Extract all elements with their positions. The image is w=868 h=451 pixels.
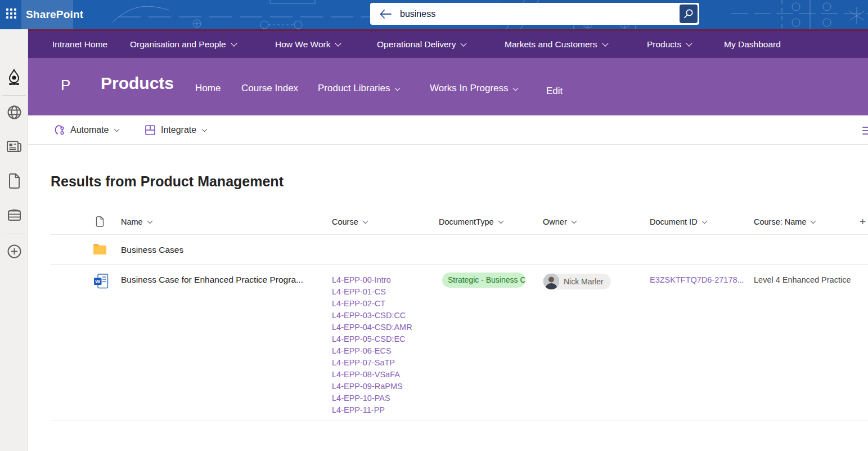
chevron-down-icon bbox=[701, 218, 707, 224]
news-icon bbox=[6, 140, 22, 153]
course-link[interactable]: L4-EPP-11-PP bbox=[332, 404, 412, 416]
globe-icon bbox=[7, 105, 22, 120]
site-nav-course-index[interactable]: Course Index bbox=[241, 83, 298, 94]
site-title[interactable]: Products bbox=[101, 74, 174, 93]
sidebar-item-org-home[interactable] bbox=[6, 69, 22, 85]
search-submit-button[interactable] bbox=[680, 5, 698, 23]
table-row-folder[interactable]: Business Cases bbox=[51, 235, 868, 265]
automate-label: Automate bbox=[70, 125, 109, 135]
lists-icon bbox=[7, 208, 22, 222]
person-photo-icon bbox=[543, 274, 559, 289]
chevron-down-icon bbox=[114, 127, 120, 132]
chevron-down-icon bbox=[811, 218, 816, 224]
site-logo[interactable]: P bbox=[61, 77, 70, 94]
site-nav-works-in-progress[interactable]: Works In Progress bbox=[430, 83, 518, 94]
course-link[interactable]: L4-EPP-04-CSD:AMR bbox=[332, 321, 412, 333]
results-heading: Results from Product Management bbox=[51, 173, 284, 190]
course-link[interactable]: L4-EPP-06-ECS bbox=[332, 345, 412, 357]
add-column-button[interactable]: + bbox=[860, 208, 866, 235]
automate-menu-button[interactable]: Automate bbox=[53, 115, 119, 144]
folder-name-link[interactable]: Business Cases bbox=[121, 235, 183, 265]
chevron-down-icon bbox=[362, 218, 368, 224]
app-sidebar bbox=[0, 29, 28, 451]
chevron-down-icon bbox=[147, 218, 152, 224]
owner-person-chip[interactable]: Nick Marler bbox=[543, 274, 611, 289]
site-nav-product-libraries[interactable]: Product Libraries bbox=[318, 83, 399, 94]
search-box[interactable] bbox=[370, 3, 699, 25]
site-nav-home[interactable]: Home bbox=[195, 83, 221, 94]
add-circle-icon bbox=[7, 244, 22, 259]
course-link[interactable]: L4-EPP-10-PAS bbox=[332, 392, 412, 404]
chevron-down-icon bbox=[394, 86, 400, 91]
integrate-grid-icon bbox=[145, 124, 156, 136]
course-link[interactable]: L4-EPP-03-CSD:CC bbox=[332, 310, 412, 321]
chevron-down-icon bbox=[498, 218, 503, 224]
chevron-down-icon bbox=[686, 40, 692, 46]
course-link[interactable]: L4-EPP-09-RaPMS bbox=[332, 381, 412, 392]
command-bar: Automate Integrate bbox=[28, 115, 868, 145]
hub-nav-intranet-home[interactable]: Intranet Home bbox=[52, 31, 107, 58]
sidebar-divider bbox=[2, 234, 26, 234]
column-header-course[interactable]: Course bbox=[332, 208, 367, 235]
search-input[interactable] bbox=[399, 8, 680, 20]
hub-nav-how-we-work[interactable]: How We Work bbox=[275, 31, 340, 58]
sharepoint-page: SharePoint bbox=[0, 0, 868, 451]
automate-flow-icon bbox=[53, 124, 65, 136]
file-type-column-header[interactable] bbox=[96, 208, 104, 235]
organisation-logo-icon bbox=[7, 69, 21, 86]
sidebar-item-global[interactable] bbox=[6, 104, 22, 120]
chevron-down-icon bbox=[335, 40, 341, 46]
chevron-down-icon bbox=[231, 40, 237, 46]
owner-name: Nick Marler bbox=[564, 277, 604, 286]
column-header-owner[interactable]: Owner bbox=[543, 208, 576, 235]
column-header-documenttype[interactable]: DocumentType bbox=[439, 208, 503, 235]
sidebar-item-lists[interactable] bbox=[6, 207, 22, 223]
hub-nav-products[interactable]: Products bbox=[647, 31, 691, 58]
sharepoint-app-name[interactable]: SharePoint bbox=[26, 0, 83, 29]
chevron-down-icon bbox=[461, 40, 467, 46]
back-arrow-icon[interactable] bbox=[379, 9, 392, 19]
chevron-down-icon bbox=[512, 86, 518, 91]
chevron-down-icon bbox=[602, 40, 608, 46]
folder-icon bbox=[93, 243, 107, 255]
table-row-document[interactable]: W Business Case for Enhanced Practice Pr… bbox=[51, 265, 868, 421]
table-header-row: Name Course DocumentType Owner Document … bbox=[51, 208, 868, 235]
course-link[interactable]: L4-EPP-07-SaTP bbox=[332, 357, 412, 369]
document-type-badge: Strategic - Business C bbox=[442, 273, 525, 288]
hub-nav-operational-delivery[interactable]: Operational Delivery bbox=[377, 31, 466, 58]
site-nav-edit-button[interactable]: Edit bbox=[546, 86, 563, 97]
column-header-document-id[interactable]: Document ID bbox=[650, 208, 707, 235]
svg-text:W: W bbox=[95, 278, 100, 284]
hub-navigation: Intranet Home Organisation and People Ho… bbox=[28, 31, 868, 58]
integrate-menu-button[interactable]: Integrate bbox=[145, 115, 206, 144]
file-icon bbox=[96, 216, 104, 227]
course-link[interactable]: L4-EPP-08-VSaFA bbox=[332, 369, 412, 381]
suite-bar: SharePoint bbox=[0, 0, 868, 29]
column-header-course-name[interactable]: Course: Name bbox=[754, 208, 815, 235]
course-link[interactable]: L4-EPP-05-CSD:EC bbox=[332, 333, 412, 345]
document-icon bbox=[8, 173, 20, 189]
course-name-cell: Level 4 Enhanced Practice bbox=[754, 275, 851, 284]
document-name-link[interactable]: Business Case for Enhanced Practice Prog… bbox=[121, 275, 303, 285]
course-link[interactable]: L4-EPP-01-CS bbox=[332, 286, 412, 298]
sidebar-item-documents[interactable] bbox=[6, 173, 22, 189]
column-header-name[interactable]: Name bbox=[121, 208, 152, 235]
hub-nav-markets-and-customers[interactable]: Markets and Customers bbox=[505, 31, 608, 58]
chevron-down-icon bbox=[202, 127, 208, 132]
course-link[interactable]: L4-EPP-00-Intro bbox=[332, 274, 412, 286]
app-launcher-waffle-icon[interactable] bbox=[6, 8, 16, 19]
site-header: P Products Home Course Index Product Lib… bbox=[28, 58, 868, 115]
hub-nav-organisation-and-people[interactable]: Organisation and People bbox=[130, 31, 236, 58]
course-links-cell: L4-EPP-00-Intro L4-EPP-01-CS L4-EPP-02-C… bbox=[332, 274, 412, 416]
course-link[interactable]: L4-EPP-02-CT bbox=[332, 298, 412, 310]
view-options-menu-icon[interactable] bbox=[862, 124, 868, 137]
word-document-icon: W bbox=[93, 274, 109, 289]
sidebar-item-news[interactable] bbox=[6, 139, 22, 154]
sidebar-item-create[interactable] bbox=[6, 243, 22, 259]
integrate-label: Integrate bbox=[161, 125, 196, 135]
sidebar-divider bbox=[2, 95, 26, 96]
search-icon bbox=[683, 8, 694, 20]
chevron-down-icon bbox=[571, 218, 577, 224]
hub-nav-my-dashboard[interactable]: My Dashboard bbox=[724, 31, 781, 58]
document-id-link[interactable]: E3ZSKTFTQ7D6-27178... bbox=[650, 275, 744, 284]
